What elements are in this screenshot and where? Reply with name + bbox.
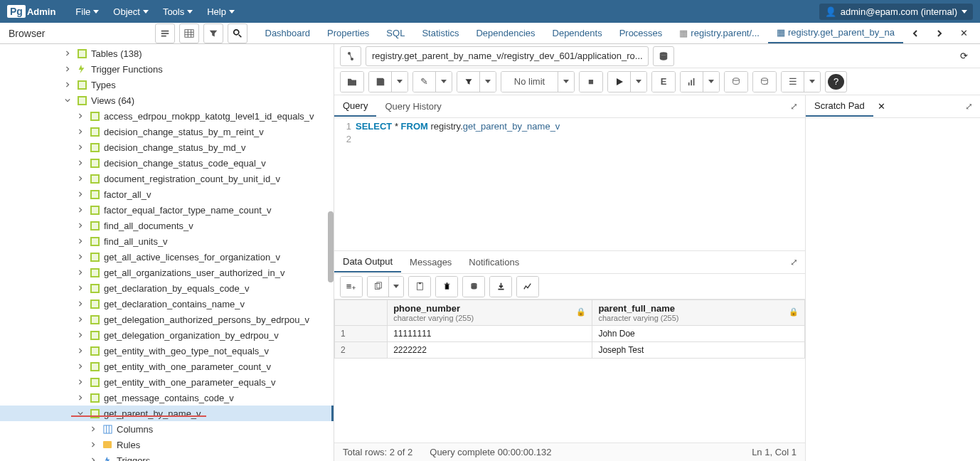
tree-item[interactable]: access_edrpou_rnokpp_katotg_level1_id_eq… bbox=[0, 108, 334, 124]
help-button[interactable]: ? bbox=[828, 74, 844, 90]
rollback-button[interactable] bbox=[753, 72, 776, 92]
save-data-button[interactable] bbox=[463, 277, 484, 297]
commit-button[interactable] bbox=[725, 72, 747, 92]
chevron-right-icon[interactable] bbox=[88, 426, 98, 432]
expand-editor-icon[interactable]: ⤢ bbox=[783, 97, 805, 116]
chevron-right-icon[interactable] bbox=[75, 160, 85, 166]
chevron-right-icon[interactable] bbox=[63, 51, 73, 56]
cell-name[interactable]: John Doe bbox=[592, 326, 805, 342]
tree-item[interactable]: Rules bbox=[0, 437, 334, 452]
chevron-right-icon[interactable] bbox=[75, 254, 85, 260]
col-header-phone[interactable]: phone_numbercharacter varying (255)🔒 bbox=[388, 300, 592, 326]
stop-button[interactable]: ■ bbox=[580, 72, 602, 92]
execute-dropdown[interactable] bbox=[631, 72, 646, 92]
tree-item[interactable]: Columns bbox=[0, 421, 334, 437]
chevron-right-icon[interactable] bbox=[75, 176, 85, 181]
tree-item[interactable]: Tables (138) bbox=[0, 46, 334, 61]
menu-help[interactable]: Help bbox=[200, 3, 242, 21]
sql-editor[interactable]: 1 2 SELECT * FROM registry.get_parent_by… bbox=[334, 118, 805, 250]
tab-properties[interactable]: Properties bbox=[319, 23, 378, 43]
save-button[interactable] bbox=[369, 72, 392, 92]
tree-item[interactable]: document_registration_count_by_unit_id_v bbox=[0, 171, 334, 186]
tree-item[interactable]: get_all_active_licenses_for_organization… bbox=[0, 249, 334, 265]
explain-analyze-button[interactable] bbox=[681, 72, 703, 92]
tab-notifications[interactable]: Notifications bbox=[460, 253, 528, 272]
chevron-right-icon[interactable] bbox=[75, 317, 85, 322]
filter-dropdown[interactable] bbox=[480, 72, 496, 92]
chevron-right-icon[interactable] bbox=[63, 82, 73, 88]
tree-item[interactable]: Views (64) bbox=[0, 92, 334, 108]
tree-item[interactable]: factor_equal_factor_type_name_count_v bbox=[0, 202, 334, 218]
filter-button[interactable] bbox=[457, 72, 480, 92]
cell-phone[interactable]: 11111111 bbox=[388, 326, 592, 342]
user-menu[interactable]: 👤 admin@epam.com (internal) bbox=[819, 4, 973, 20]
scrollbar-thumb[interactable] bbox=[328, 211, 334, 282]
tree-item[interactable]: decision_change_status_by_m_reint_v bbox=[0, 124, 334, 139]
tab-extra-1[interactable]: ▦registry.parent/... bbox=[671, 23, 768, 43]
chevron-right-icon[interactable] bbox=[75, 301, 85, 307]
menu-tools[interactable]: Tools bbox=[156, 3, 200, 21]
reset-layout-icon[interactable]: ⟳ bbox=[953, 46, 974, 66]
save-dropdown[interactable] bbox=[392, 72, 408, 92]
explain-dropdown[interactable] bbox=[703, 72, 719, 92]
copy-button[interactable] bbox=[368, 277, 389, 297]
tree-item[interactable]: Types bbox=[0, 77, 334, 92]
tree-item[interactable]: factor_all_v bbox=[0, 186, 334, 202]
scratch-text[interactable] bbox=[806, 118, 980, 461]
tab-data-output[interactable]: Data Output bbox=[334, 252, 401, 272]
graph-button[interactable] bbox=[517, 277, 538, 297]
expand-output-icon[interactable]: ⤢ bbox=[783, 253, 805, 272]
tree-item[interactable]: get_declaration_by_equals_code_v bbox=[0, 280, 334, 296]
chevron-down-icon[interactable] bbox=[63, 97, 73, 103]
tree-item[interactable]: get_all_organizations_user_authorized_in… bbox=[0, 265, 334, 280]
cell-phone[interactable]: 2222222 bbox=[388, 342, 592, 359]
tree-item[interactable]: decision_change_status_code_equal_v bbox=[0, 155, 334, 171]
chevron-right-icon[interactable] bbox=[75, 270, 85, 275]
object-tree[interactable]: Tables (138)Trigger FunctionsTypesViews … bbox=[0, 44, 334, 461]
tab-query-history[interactable]: Query History bbox=[376, 97, 449, 116]
chevron-right-icon[interactable] bbox=[75, 364, 85, 369]
menu-object[interactable]: Object bbox=[106, 3, 156, 21]
tab-processes[interactable]: Processes bbox=[611, 23, 671, 43]
path-input[interactable]: registry.get_parent_by_name_v/registry_d… bbox=[366, 46, 649, 66]
chevron-right-icon[interactable] bbox=[75, 238, 85, 244]
tab-close-icon[interactable]: ✕ bbox=[954, 23, 974, 43]
cell-name[interactable]: Joseph Test bbox=[592, 342, 805, 359]
chevron-right-icon[interactable] bbox=[75, 285, 85, 291]
delete-row-button[interactable] bbox=[436, 277, 457, 297]
filter-icon[interactable] bbox=[203, 23, 223, 43]
open-file-button[interactable] bbox=[341, 72, 363, 92]
explain-button[interactable]: E bbox=[652, 72, 675, 92]
tree-item[interactable]: find_all_units_v bbox=[0, 233, 334, 249]
tab-dependencies[interactable]: Dependencies bbox=[467, 23, 543, 43]
chevron-right-icon[interactable] bbox=[75, 191, 85, 197]
tree-item[interactable]: find_all_documents_v bbox=[0, 218, 334, 233]
macros-button[interactable]: ☰ bbox=[782, 72, 804, 92]
chevron-right-icon[interactable] bbox=[75, 207, 85, 213]
tab-extra-2[interactable]: ▦registry.get_parent_by_na bbox=[768, 23, 903, 43]
query-tool-icon[interactable] bbox=[155, 23, 175, 43]
edit-dropdown[interactable] bbox=[436, 72, 452, 92]
chevron-right-icon[interactable] bbox=[75, 348, 85, 354]
tree-item[interactable]: decision_change_status_by_md_v bbox=[0, 139, 334, 155]
menu-file[interactable]: File bbox=[68, 3, 106, 21]
tree-item[interactable]: get_entity_with_one_parameter_equals_v bbox=[0, 374, 334, 390]
add-row-button[interactable]: ≡₊ bbox=[341, 277, 362, 297]
limit-select[interactable]: No limit bbox=[501, 72, 558, 92]
tree-item[interactable]: Triggers bbox=[0, 452, 334, 461]
tree-item[interactable]: get_entity_with_one_parameter_count_v bbox=[0, 359, 334, 374]
tab-next-icon[interactable] bbox=[930, 23, 949, 43]
result-table[interactable]: phone_numbercharacter varying (255)🔒 par… bbox=[334, 300, 805, 359]
table-row[interactable]: 22222222Joseph Test bbox=[335, 342, 805, 359]
tab-dependents[interactable]: Dependents bbox=[544, 23, 611, 43]
tab-statistics[interactable]: Statistics bbox=[413, 23, 467, 43]
chevron-right-icon[interactable] bbox=[88, 457, 98, 461]
tab-messages[interactable]: Messages bbox=[401, 253, 460, 272]
execute-button[interactable] bbox=[608, 72, 631, 92]
col-header-name[interactable]: parent_full_namecharacter varying (255)🔒 bbox=[592, 300, 805, 326]
tree-item[interactable]: get_delegation_organization_by_edrpou_v bbox=[0, 327, 334, 343]
chevron-right-icon[interactable] bbox=[75, 113, 85, 119]
table-row[interactable]: 111111111John Doe bbox=[335, 326, 805, 342]
paste-button[interactable] bbox=[409, 277, 430, 297]
tree-item[interactable]: get_declaration_contains_name_v bbox=[0, 296, 334, 312]
